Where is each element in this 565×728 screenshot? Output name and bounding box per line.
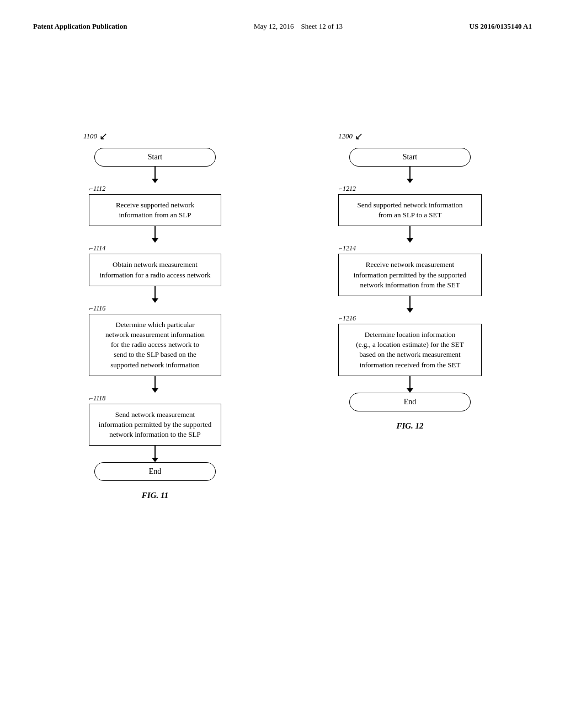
fig11-caption: FIG. 11 [142, 491, 168, 500]
header-center: May 12, 2016 Sheet 12 of 13 [254, 22, 343, 31]
fig11-ref-arrow: ↙ [99, 130, 108, 142]
fig11-ref: 1100 [83, 132, 97, 141]
arrow-3 [152, 286, 158, 303]
step1216-label: ⌐1216 [338, 314, 356, 322]
step1212-label: ⌐1212 [338, 185, 356, 192]
step1114-box: Obtain network measurementinformation fo… [89, 254, 221, 286]
step1114-label: ⌐1114 [89, 244, 105, 252]
page: Patent Application Publication May 12, 2… [0, 0, 565, 728]
step1118-box: Send network measurementinformation perm… [89, 404, 221, 446]
arrow-4 [152, 376, 158, 393]
fig11-flowchart: 1100 ↙ Start ⌐1112 Receive supported net… [67, 130, 243, 500]
header-sheet: Sheet 12 of 13 [301, 22, 343, 30]
step1116-label: ⌐1116 [89, 304, 105, 312]
fig12-end: End [349, 393, 471, 411]
fig12-ref-arrow: ↙ [355, 130, 363, 142]
step1216-box: Determine location information(e.g., a l… [338, 324, 482, 376]
header-date: May 12, 2016 [254, 22, 294, 30]
arrow-9 [407, 376, 413, 393]
step1116-box: Determine which particularnetwork measur… [89, 314, 221, 376]
header-right: US 2016/0135140 A1 [470, 22, 532, 31]
step1118-label: ⌐1118 [89, 394, 105, 402]
fig12-caption: FIG. 12 [396, 421, 423, 431]
step1212-box: Send supported network informationfrom a… [338, 194, 482, 226]
fig12-ref: 1200 [338, 132, 353, 141]
step1112-box: Receive supported networkinformation fro… [89, 194, 221, 226]
diagrams-row: 1100 ↙ Start ⌐1112 Receive supported net… [33, 130, 532, 500]
fig12-start: Start [349, 148, 471, 167]
step1214-box: Receive network measurementinformation p… [338, 254, 482, 296]
fig11-end: End [94, 462, 216, 481]
arrow-6 [407, 167, 413, 183]
arrow-1 [152, 167, 158, 183]
fig12-flowchart: 1200 ↙ Start ⌐1212 Send supported networ… [322, 130, 498, 500]
header-left: Patent Application Publication [33, 22, 127, 31]
step1214-label: ⌐1214 [338, 244, 356, 252]
step1112-label: ⌐1112 [89, 185, 105, 192]
arrow-5 [152, 446, 158, 462]
fig11-start: Start [94, 148, 216, 167]
arrow-8 [407, 296, 413, 313]
page-header: Patent Application Publication May 12, 2… [33, 22, 532, 31]
arrow-2 [152, 226, 158, 243]
arrow-7 [407, 226, 413, 243]
